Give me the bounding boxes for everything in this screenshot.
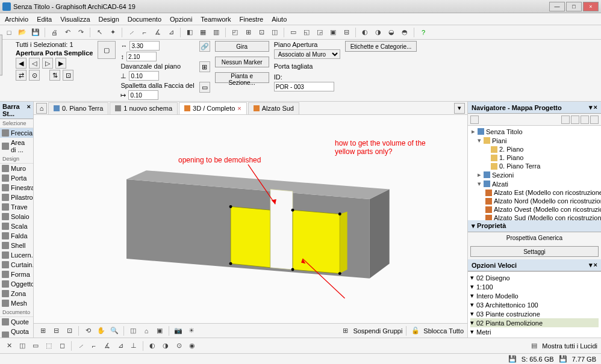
tab-schema[interactable]: 1 nuovo schema [110, 102, 178, 114]
print-icon[interactable]: 🖨 [49, 27, 60, 38]
tool-icon[interactable]: ⟋ [126, 27, 137, 38]
tab-menu-icon[interactable]: ▾ [454, 103, 465, 114]
close-button[interactable]: × [583, 2, 599, 11]
tool-icon[interactable]: ⌐ [89, 341, 99, 351]
link-icon[interactable]: 🔗 [199, 41, 210, 52]
tool-icon[interactable]: ⊙ [173, 341, 184, 351]
tool-icon[interactable]: ◫ [17, 341, 28, 351]
tool-muro[interactable]: Muro [0, 164, 33, 173]
menu-archivio[interactable]: Archivio [5, 16, 28, 23]
tool-forma[interactable]: Forma [0, 270, 33, 279]
tool-icon[interactable]: ⌐ [139, 27, 150, 38]
camera-icon[interactable]: 📷 [173, 325, 184, 336]
menu-edita[interactable]: Edita [37, 16, 52, 23]
tool-falda[interactable]: Falda [0, 231, 33, 241]
menu-teamwork[interactable]: Teamwork [201, 16, 231, 23]
tool-finestra[interactable]: Finestra [0, 183, 33, 193]
tab-piano-terra[interactable]: 0. Piano Terra [48, 102, 108, 114]
nav-mode-icon[interactable] [590, 116, 599, 124]
tool-icon[interactable]: ∡ [152, 27, 163, 38]
tool-icon[interactable]: ◑ [160, 341, 171, 351]
view-icon[interactable]: ▣ [154, 325, 165, 336]
open-icon[interactable]: 📂 [17, 27, 28, 38]
nav-next-icon[interactable]: ▷ [42, 58, 53, 69]
nav-mode-icon[interactable] [470, 116, 479, 124]
tool-icon[interactable]: ◫ [269, 27, 280, 38]
menu-opzioni[interactable]: Opzioni [170, 16, 192, 23]
tool-icon[interactable]: ▣ [328, 27, 338, 38]
tool-icon[interactable]: ✕ [4, 341, 14, 351]
flip-v-icon[interactable]: ⇅ [49, 70, 60, 81]
nav-next-icon[interactable]: ▶ [55, 58, 66, 69]
width-input[interactable] [129, 41, 160, 51]
nav-mode-icon[interactable] [571, 116, 579, 124]
tool-quota[interactable]: Quota ... [0, 327, 33, 338]
tool-shell[interactable]: Shell [0, 241, 33, 250]
tool-icon[interactable]: ◰ [229, 27, 240, 38]
tool-icon[interactable]: ◓ [399, 27, 410, 38]
opt-row[interactable]: ▾02 Pianta Demolizione [470, 318, 599, 327]
maximize-button[interactable]: □ [566, 2, 582, 11]
tool-icon[interactable]: ◱ [301, 27, 312, 38]
tool-icon[interactable]: ◧ [184, 27, 195, 38]
tool-icon[interactable]: ◒ [386, 27, 397, 38]
menu-finestre[interactable]: Finestre [239, 16, 263, 23]
mostra-label[interactable]: Mostra tutti i Lucidi [542, 342, 597, 350]
etichette-button[interactable]: Etichette e Categorie... [345, 41, 417, 52]
opt-row[interactable]: ▾Metri [470, 327, 599, 336]
tool-icon[interactable]: ⊡ [256, 27, 267, 38]
navigator-tree[interactable]: ▸Senza Titolo ▾Piani 2. Piano 1. Piano 0… [468, 126, 601, 220]
tool-quote[interactable]: Quote [0, 317, 33, 327]
tool-area[interactable]: Area di ... [0, 138, 33, 155]
tool-icon[interactable]: ▥ [211, 27, 222, 38]
zoom-icon[interactable]: 🔍 [109, 325, 120, 336]
lock-icon[interactable]: 🔓 [410, 325, 421, 336]
nav-icon[interactable]: ⊡ [64, 325, 75, 336]
tool-icon[interactable]: ⟋ [75, 341, 86, 351]
undo-icon[interactable]: ↶ [62, 27, 73, 38]
close-icon[interactable]: × [594, 261, 597, 269]
preview-icon[interactable]: ▢ [98, 41, 116, 59]
menu-aiuto[interactable]: Aiuto [272, 16, 287, 23]
tool-icon[interactable]: ⊿ [115, 341, 126, 351]
tool-curtain[interactable]: Curtain... [0, 260, 33, 270]
tool-zona[interactable]: Zona [0, 289, 33, 298]
tool-icon[interactable]: ◲ [314, 27, 325, 38]
id-input[interactable] [274, 82, 334, 91]
tool-icon[interactable]: ▭ [288, 27, 299, 38]
view-icon[interactable]: ⌂ [141, 325, 152, 336]
close-icon[interactable]: × [594, 103, 597, 111]
marker-button[interactable]: Nessun Marker [215, 57, 269, 67]
view-icon[interactable]: ◫ [128, 325, 139, 336]
tool-icon[interactable]: ⊞ [243, 27, 254, 38]
tool-icon[interactable]: ▭ [30, 341, 41, 351]
opt-row[interactable]: ▾Intero Modello [470, 291, 599, 300]
tool-icon[interactable]: ∡ [102, 341, 113, 351]
tool-oggetto[interactable]: Oggetto [0, 279, 33, 289]
tool-icon[interactable]: ▦ [198, 27, 208, 38]
nav-prev-icon[interactable]: ◁ [29, 58, 40, 69]
layers-icon[interactable]: ▤ [529, 341, 540, 351]
close-icon[interactable]: × [237, 105, 241, 112]
tool-mesh[interactable]: Mesh [0, 298, 33, 308]
tool-porta[interactable]: Porta [0, 173, 33, 183]
nav-prev-icon[interactable]: ◀ [16, 58, 26, 69]
tab-home-icon[interactable]: ⌂ [36, 103, 47, 114]
tool-icon[interactable]: ◑ [373, 27, 384, 38]
gira-button[interactable]: Gira [215, 41, 269, 52]
tool-trave[interactable]: Trave [0, 202, 33, 212]
anchor-icon[interactable]: ⊡ [63, 70, 73, 81]
menu-documento[interactable]: Documento [128, 16, 161, 23]
height-input[interactable] [126, 52, 157, 61]
menu-visualizza[interactable]: Visualizza [60, 16, 90, 23]
pick-icon[interactable]: ✦ [107, 27, 118, 38]
tab-3d[interactable]: 3D / Completo× [179, 102, 247, 114]
tool-solaio[interactable]: Solaio [0, 212, 33, 221]
spalletta-input[interactable] [128, 90, 158, 100]
sospendi-label[interactable]: Sospendi Gruppi [353, 327, 402, 335]
redo-icon[interactable]: ↷ [75, 27, 86, 38]
pan-icon[interactable]: ✋ [96, 325, 107, 336]
new-icon[interactable]: □ [4, 27, 14, 38]
tool-icon[interactable]: ⊟ [341, 27, 352, 38]
panel-menu-icon[interactable]: ▾ [589, 261, 593, 269]
